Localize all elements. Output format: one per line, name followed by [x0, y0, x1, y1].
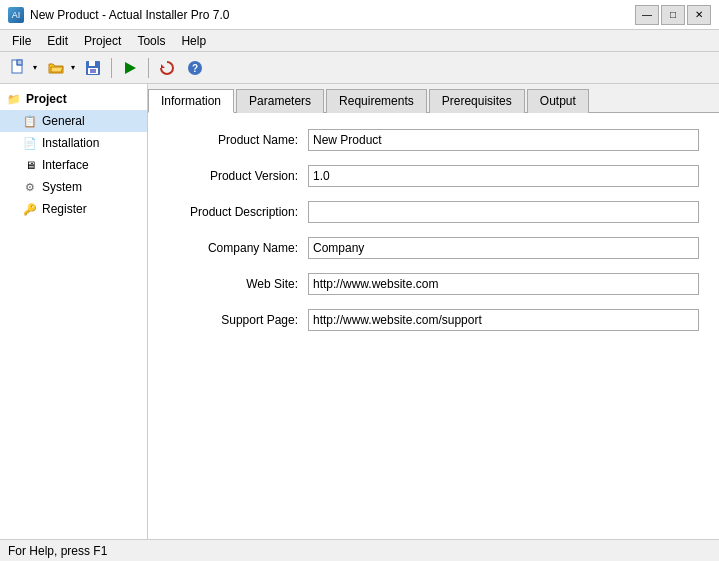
form-row-product-version: Product Version: — [168, 165, 699, 187]
input-product-version[interactable] — [308, 165, 699, 187]
installation-icon: 📄 — [22, 135, 38, 151]
toolbar-separator-1 — [111, 58, 112, 78]
main-layout: 📁 Project 📋 General 📄 Installation 🖥 Int… — [0, 84, 719, 539]
new-dropdown-arrow[interactable]: ▾ — [31, 63, 39, 72]
sidebar: 📁 Project 📋 General 📄 Installation 🖥 Int… — [0, 84, 148, 539]
form-row-product-description: Product Description: — [168, 201, 699, 223]
sidebar-label-system: System — [42, 180, 82, 194]
open-dropdown-arrow[interactable]: ▾ — [69, 63, 77, 72]
new-icon — [9, 59, 27, 77]
menu-project[interactable]: Project — [76, 32, 129, 50]
sidebar-item-project[interactable]: 📁 Project — [0, 88, 147, 110]
open-icon — [47, 59, 65, 77]
content-area: Information Parameters Requirements Prer… — [148, 84, 719, 539]
tab-information[interactable]: Information — [148, 89, 234, 113]
run-button[interactable] — [117, 56, 143, 80]
label-product-description: Product Description: — [168, 205, 308, 219]
form-content: Product Name: Product Version: Product D… — [148, 113, 719, 539]
svg-marker-9 — [161, 64, 165, 68]
save-button[interactable] — [80, 56, 106, 80]
sidebar-item-interface[interactable]: 🖥 Interface — [0, 154, 147, 176]
run-icon — [121, 59, 139, 77]
minimize-button[interactable]: — — [635, 5, 659, 25]
sidebar-label-installation: Installation — [42, 136, 99, 150]
menu-tools[interactable]: Tools — [129, 32, 173, 50]
svg-rect-7 — [90, 69, 96, 73]
tab-requirements[interactable]: Requirements — [326, 89, 427, 113]
app-icon: AI — [8, 7, 24, 23]
sidebar-item-register[interactable]: 🔑 Register — [0, 198, 147, 220]
help-button[interactable]: ? — [182, 56, 208, 80]
svg-text:?: ? — [192, 63, 198, 74]
svg-marker-8 — [125, 62, 136, 74]
form-row-product-name: Product Name: — [168, 129, 699, 151]
toolbar: ▾ ▾ — [0, 52, 719, 84]
form-row-company-name: Company Name: — [168, 237, 699, 259]
status-text: For Help, press F1 — [8, 544, 107, 558]
input-product-name[interactable] — [308, 129, 699, 151]
sidebar-item-installation[interactable]: 📄 Installation — [0, 132, 147, 154]
sidebar-label-project: Project — [26, 92, 67, 106]
label-support-page: Support Page: — [168, 313, 308, 327]
input-web-site[interactable] — [308, 273, 699, 295]
refresh-icon — [158, 59, 176, 77]
interface-icon: 🖥 — [22, 157, 38, 173]
new-button-group[interactable]: ▾ — [4, 56, 40, 80]
toolbar-separator-2 — [148, 58, 149, 78]
input-company-name[interactable] — [308, 237, 699, 259]
form-row-support-page: Support Page: — [168, 309, 699, 331]
menu-edit[interactable]: Edit — [39, 32, 76, 50]
close-button[interactable]: ✕ — [687, 5, 711, 25]
tab-output[interactable]: Output — [527, 89, 589, 113]
label-product-name: Product Name: — [168, 133, 308, 147]
menu-bar: File Edit Project Tools Help — [0, 30, 719, 52]
input-support-page[interactable] — [308, 309, 699, 331]
menu-help[interactable]: Help — [173, 32, 214, 50]
menu-file[interactable]: File — [4, 32, 39, 50]
tab-parameters[interactable]: Parameters — [236, 89, 324, 113]
save-icon — [84, 59, 102, 77]
form-row-web-site: Web Site: — [168, 273, 699, 295]
title-bar-controls: — □ ✕ — [635, 5, 711, 25]
svg-rect-5 — [89, 61, 95, 66]
refresh-button[interactable] — [154, 56, 180, 80]
label-web-site: Web Site: — [168, 277, 308, 291]
new-button[interactable] — [5, 56, 31, 80]
title-bar-left: AI New Product - Actual Installer Pro 7.… — [8, 7, 229, 23]
general-icon: 📋 — [22, 113, 38, 129]
label-company-name: Company Name: — [168, 241, 308, 255]
open-button[interactable] — [43, 56, 69, 80]
input-product-description[interactable] — [308, 201, 699, 223]
window-title: New Product - Actual Installer Pro 7.0 — [30, 8, 229, 22]
title-bar: AI New Product - Actual Installer Pro 7.… — [0, 0, 719, 30]
svg-rect-1 — [17, 60, 22, 65]
system-icon: ⚙ — [22, 179, 38, 195]
project-folder-icon: 📁 — [6, 91, 22, 107]
register-icon: 🔑 — [22, 201, 38, 217]
maximize-button[interactable]: □ — [661, 5, 685, 25]
sidebar-label-interface: Interface — [42, 158, 89, 172]
tab-prerequisites[interactable]: Prerequisites — [429, 89, 525, 113]
label-product-version: Product Version: — [168, 169, 308, 183]
status-bar: For Help, press F1 — [0, 539, 719, 561]
sidebar-item-general[interactable]: 📋 General — [0, 110, 147, 132]
sidebar-item-system[interactable]: ⚙ System — [0, 176, 147, 198]
tabs: Information Parameters Requirements Prer… — [148, 84, 719, 113]
sidebar-label-general: General — [42, 114, 85, 128]
open-button-group[interactable]: ▾ — [42, 56, 78, 80]
sidebar-label-register: Register — [42, 202, 87, 216]
help-icon: ? — [186, 59, 204, 77]
